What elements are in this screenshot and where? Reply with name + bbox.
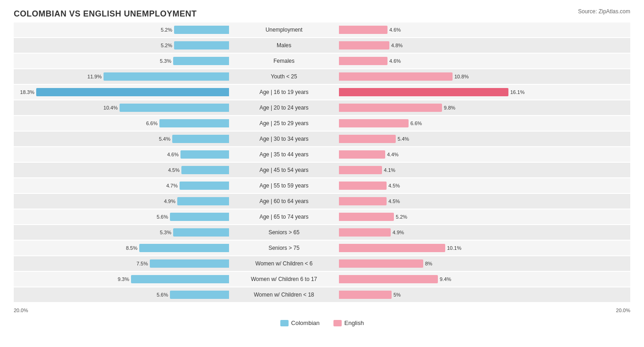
- chart-row: 5.2% Unemployment 4.6%: [14, 22, 630, 37]
- left-bar-area: 5.2%: [14, 22, 229, 37]
- value-left: 6.6%: [146, 121, 158, 126]
- right-bar-area: 4.9%: [339, 225, 554, 240]
- chart-row: 18.3% Age | 16 to 19 years 16.1%: [14, 85, 630, 99]
- bar-english: [339, 72, 453, 81]
- chart-row: 10.4% Age | 20 to 24 years 9.8%: [14, 100, 630, 115]
- row-label: Age | 16 to 19 years: [229, 89, 339, 95]
- bar-colombian: [180, 182, 229, 190]
- chart-row: 6.6% Age | 25 to 29 years 6.6%: [14, 116, 630, 131]
- row-label: Age | 55 to 59 years: [229, 182, 339, 189]
- legend-english-box: [333, 320, 342, 326]
- right-bar-area: 10.1%: [339, 241, 554, 255]
- bar-colombian: [36, 88, 229, 96]
- right-bar-area: 8%: [339, 256, 554, 271]
- value-right: 6.6%: [410, 121, 422, 126]
- right-bar-area: 16.1%: [339, 85, 554, 99]
- legend: Colombian English: [14, 319, 630, 326]
- value-left: 9.3%: [118, 276, 129, 282]
- right-bar-area: 4.5%: [339, 194, 554, 209]
- right-bar-area: 5.4%: [339, 132, 554, 146]
- bar-colombian: [180, 150, 229, 159]
- value-right: 5.4%: [398, 136, 409, 142]
- row-label: Females: [229, 58, 339, 64]
- chart-row: 11.9% Youth < 25 10.8%: [14, 69, 630, 84]
- left-bar-area: 9.3%: [14, 272, 229, 286]
- right-bar-area: 9.4%: [339, 272, 554, 286]
- left-bar-area: 5.4%: [14, 132, 229, 146]
- left-bar-area: 5.2%: [14, 38, 229, 53]
- axis-right-label: 20.0%: [616, 308, 630, 313]
- value-right: 4.1%: [384, 167, 395, 173]
- value-left: 4.6%: [167, 152, 179, 157]
- bar-colombian: [150, 259, 229, 268]
- chart-row: 5.6% Women w/ Children < 18 5%: [14, 287, 630, 302]
- bar-english: [339, 259, 423, 268]
- left-bar-area: 4.9%: [14, 194, 229, 209]
- left-bar-area: 8.5%: [14, 241, 229, 255]
- chart-row: 5.3% Seniors > 65 4.9%: [14, 225, 630, 240]
- value-left: 5.6%: [157, 292, 168, 297]
- value-right: 10.8%: [454, 74, 469, 79]
- bar-english: [339, 213, 394, 221]
- row-label: Unemployment: [229, 27, 339, 33]
- right-bar-area: 6.6%: [339, 116, 554, 131]
- value-right: 16.1%: [510, 89, 524, 95]
- row-label: Seniors > 75: [229, 245, 339, 251]
- chart-row: 4.7% Age | 55 to 59 years 4.5%: [14, 178, 630, 193]
- chart-row: 5.4% Age | 30 to 34 years 5.4%: [14, 132, 630, 146]
- value-right: 4.4%: [387, 152, 398, 157]
- chart-row: 7.5% Women w/ Children < 6 8%: [14, 256, 630, 271]
- bar-colombian: [174, 41, 229, 50]
- value-right: 4.8%: [391, 43, 403, 48]
- left-bar-area: 6.6%: [14, 116, 229, 131]
- bar-colombian: [104, 72, 229, 81]
- left-bar-area: 4.7%: [14, 178, 229, 193]
- bar-colombian: [120, 104, 229, 112]
- bar-colombian: [177, 197, 229, 205]
- legend-english: English: [333, 319, 364, 326]
- left-bar-area: 11.9%: [14, 69, 229, 84]
- chart-row: 5.6% Age | 65 to 74 years 5.2%: [14, 209, 630, 224]
- row-label: Age | 30 to 34 years: [229, 136, 339, 142]
- right-bar-area: 4.8%: [339, 38, 554, 53]
- bar-english: [339, 291, 392, 299]
- right-bar-area: 4.1%: [339, 163, 554, 177]
- value-right: 5%: [393, 292, 401, 297]
- row-label: Age | 65 to 74 years: [229, 214, 339, 220]
- chart-area: 5.2% Unemployment 4.6% 5.2% Males 4.8% 5…: [14, 22, 630, 307]
- bar-english: [339, 275, 438, 283]
- right-bar-area: 10.8%: [339, 69, 554, 84]
- row-label: Youth < 25: [229, 73, 339, 80]
- chart-row: 4.5% Age | 45 to 54 years 4.1%: [14, 163, 630, 177]
- right-bar-area: 4.4%: [339, 147, 554, 162]
- bar-english: [339, 197, 387, 205]
- bar-colombian: [174, 26, 229, 34]
- chart-row: 4.9% Age | 60 to 64 years 4.5%: [14, 194, 630, 209]
- chart-row: 5.3% Females 4.6%: [14, 54, 630, 68]
- bar-english: [339, 88, 508, 96]
- bar-colombian: [139, 244, 229, 252]
- row-label: Age | 20 to 24 years: [229, 105, 339, 111]
- value-right: 4.5%: [388, 183, 400, 188]
- source-label: Source: ZipAtlas.com: [578, 8, 630, 15]
- bar-colombian: [131, 275, 229, 283]
- bar-colombian: [173, 57, 229, 65]
- value-right: 9.4%: [440, 276, 451, 282]
- value-right: 5.2%: [396, 214, 407, 220]
- value-left: 10.4%: [104, 105, 118, 110]
- bar-english: [339, 166, 382, 174]
- left-bar-area: 4.6%: [14, 147, 229, 162]
- bar-english: [339, 150, 385, 159]
- bar-english: [339, 57, 387, 65]
- value-right: 4.6%: [389, 58, 401, 64]
- value-left: 5.2%: [161, 27, 172, 33]
- value-left: 7.5%: [136, 261, 148, 266]
- left-bar-area: 5.3%: [14, 54, 229, 68]
- bar-english: [339, 41, 389, 50]
- row-label: Age | 60 to 64 years: [229, 198, 339, 204]
- row-label: Women w/ Children < 18: [229, 292, 339, 298]
- right-bar-area: 4.5%: [339, 178, 554, 193]
- legend-colombian-label: Colombian: [291, 319, 320, 326]
- value-left: 5.3%: [160, 58, 171, 64]
- value-left: 5.2%: [161, 43, 172, 48]
